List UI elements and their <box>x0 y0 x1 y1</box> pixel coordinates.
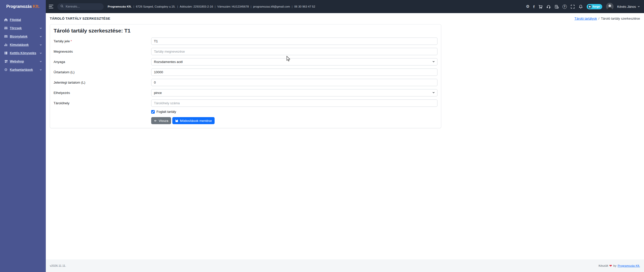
breadcrumb-separator: / <box>598 17 599 20</box>
required-asterisk: * <box>71 39 72 43</box>
tarolohely-input[interactable] <box>151 99 437 107</box>
checkbox-label: Foglalt tartály <box>156 110 176 114</box>
sidebar-item-label: Karbantartások <box>10 68 33 72</box>
credit-mid: by <box>613 264 616 267</box>
company-vat-number: Vámszám: HU12345678 <box>217 5 249 8</box>
search-input[interactable] <box>66 5 96 8</box>
jelenlegi-tartalom-input[interactable] <box>151 79 437 86</box>
back-button[interactable]: Vissza <box>151 117 171 124</box>
notifications-bell-icon[interactable] <box>579 5 583 9</box>
breadcrumb-link-tarolo-tartalyok[interactable]: Tároló tartályok <box>574 17 597 20</box>
credit-prefix: Készült <box>598 264 608 267</box>
sidebar-item-karbantartasok[interactable]: ⚙ Karbantartások <box>0 65 46 74</box>
save-button[interactable]: Módosítások mentése <box>172 117 215 124</box>
field-label: Űrtartalom (L) <box>54 70 151 74</box>
top-navbar: Programozás Kft. | 6726 Szeged, Csalogán… <box>46 0 644 13</box>
chevron-down-icon <box>39 52 42 54</box>
anyaga-select[interactable]: Rozsdamentes acél <box>151 58 437 65</box>
brand-logo[interactable]: Programozás Kft. <box>0 0 46 13</box>
field-label: Tartály jele* <box>54 39 151 43</box>
company-info: Programozás Kft. | 6726 Szeged, Csalogán… <box>108 5 315 8</box>
form-row-megnevezes: Megnevezés <box>54 48 437 55</box>
company-address: 6726 Szeged, Csalogány u.15. <box>136 5 175 8</box>
field-label: Jelenlegi tartalom (L) <box>54 81 151 84</box>
hamburger-menu-icon[interactable] <box>49 4 54 9</box>
form-row-anyaga: Anyaga Rozsdamentes acél <box>54 58 437 65</box>
sidebar-nav: Főoldal Törzsek Bizonylatok <box>0 13 46 74</box>
sidebar-item-webshop[interactable]: Webshop <box>0 57 46 65</box>
forge-logo-icon <box>588 5 591 8</box>
card-title: Tároló tartály szerkesztése: T1 <box>54 28 437 34</box>
forge-badge[interactable]: forge <box>587 4 602 9</box>
field-label: Megnevezés <box>54 50 151 53</box>
heart-icon: ❤ <box>609 264 612 268</box>
sidebar-item-label: Kimutatások <box>10 43 29 47</box>
save-floppy-icon <box>175 119 178 122</box>
sidebar: Programozás Kft. Főoldal Törzsek <box>0 0 46 272</box>
search-box[interactable] <box>57 3 104 10</box>
forge-badge-label: forge <box>593 5 600 8</box>
chevron-down-icon <box>39 60 42 63</box>
foglalt-tartaly-row: Foglalt tartály <box>151 110 437 114</box>
home-icon <box>4 18 8 22</box>
page-title: TÁROLÓ TARTÁLY SZERKESZTÉSE <box>50 17 110 20</box>
separator: | <box>251 5 251 8</box>
sidebar-item-fooldal[interactable]: Főoldal <box>0 16 46 24</box>
urtartalom-input[interactable] <box>151 69 437 76</box>
company-name: Programozás Kft. <box>108 5 132 8</box>
field-label: Tárolóhely <box>54 101 151 105</box>
facebook-icon[interactable]: f <box>533 5 535 9</box>
sidebar-item-bizonylatok[interactable]: Bizonylatok <box>0 32 46 41</box>
back-button-label: Vissza <box>159 119 168 123</box>
separator: | <box>292 5 293 8</box>
chevron-down-icon <box>39 44 42 46</box>
app-version: v2026.11.11. <box>50 264 66 267</box>
user-menu[interactable]: Kévés János <box>617 5 640 9</box>
sidebar-item-label: Bizonylatok <box>10 35 27 38</box>
elhelyezes-select[interactable]: pince <box>151 89 437 96</box>
edit-container-card: Tároló tartály szerkesztése: T1 Tartály … <box>50 24 441 128</box>
sidebar-item-kimutatasok[interactable]: Kimutatások <box>0 41 46 49</box>
app-root: Programozás Kft. Főoldal Törzsek <box>0 0 644 272</box>
foglalt-tartaly-checkbox[interactable] <box>151 110 155 114</box>
sidebar-item-label: Kettős Könyvelés <box>10 51 36 55</box>
save-button-label: Módosítások mentése <box>180 119 212 123</box>
form-actions: Vissza Módosítások mentése <box>151 117 437 125</box>
search-icon <box>60 5 64 9</box>
collection-icon <box>4 26 8 30</box>
company-tax-number: Adószám: 22931803-2-16 <box>180 5 213 8</box>
company-phone: 06 30 963 47 52 <box>294 5 315 8</box>
chevron-down-icon <box>637 5 640 8</box>
arrow-left-icon <box>154 119 157 122</box>
chevron-down-icon <box>39 27 42 29</box>
tartaly-jele-input[interactable] <box>151 38 437 45</box>
form-row-elhelyezes: Elhelyezés pince <box>54 89 437 96</box>
cart-icon[interactable] <box>538 5 543 9</box>
form-row-jelenlegi-tartalom: Jelenlegi tartalom (L) <box>54 79 437 86</box>
sidebar-item-kettos-konyveles[interactable]: Kettős Könyvelés <box>0 49 46 57</box>
gear-icon: ⚙ <box>4 68 8 72</box>
sidebar-item-label: Törzsek <box>10 26 22 30</box>
form-row-tartaly-jele: Tartály jele* <box>54 38 437 45</box>
sidebar-item-torzsek[interactable]: Törzsek <box>0 24 46 32</box>
topbar-actions: ⚙ f ? for <box>526 3 640 10</box>
clipboard-clock-icon[interactable] <box>554 5 559 9</box>
support-headset-icon[interactable] <box>546 5 551 9</box>
megnevezes-input[interactable] <box>151 48 437 55</box>
form-row-tarolohely: Tárolóhely <box>54 99 437 107</box>
page-content: TÁROLÓ TARTÁLY SZERKESZTÉSE Tároló tartá… <box>46 13 644 259</box>
user-avatar[interactable] <box>606 3 614 10</box>
anyaga-select-wrap: Rozsdamentes acél <box>151 58 437 65</box>
user-name: Kévés János <box>617 5 636 9</box>
fullscreen-icon[interactable] <box>571 5 575 9</box>
company-email: programozas.kft@gmail.com <box>253 5 290 8</box>
help-icon[interactable]: ? <box>562 5 567 9</box>
footer-credit: Készült ❤ by Programozás Kft. <box>598 264 640 268</box>
breadcrumb-current: Tároló tartály szerkesztése <box>601 17 640 20</box>
book-icon <box>4 51 8 55</box>
footer-company-link[interactable]: Programozás Kft. <box>618 264 640 267</box>
table-icon <box>4 35 8 39</box>
brand-name: Programozás <box>6 4 32 9</box>
settings-gear-icon[interactable]: ⚙ <box>526 5 529 9</box>
breadcrumb: Tároló tartályok / Tároló tartály szerke… <box>574 17 640 20</box>
